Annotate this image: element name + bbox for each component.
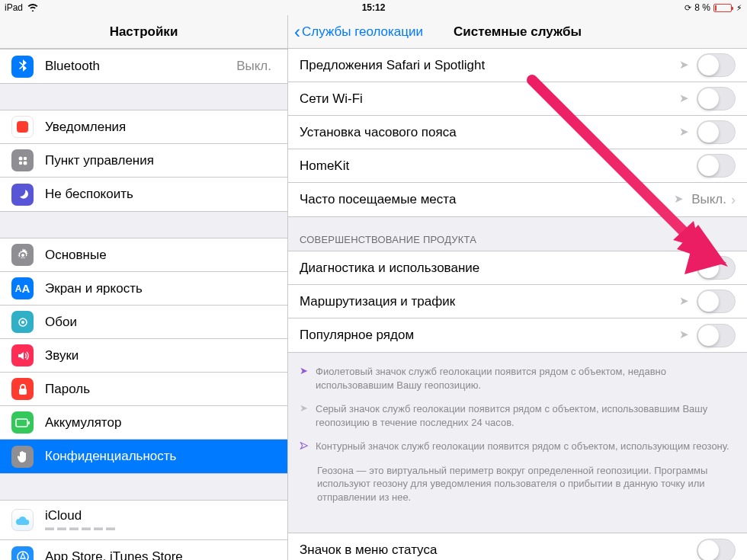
battery-icon — [713, 4, 732, 12]
icloud-icon — [11, 509, 34, 531]
charging-icon: ⚡︎ — [736, 3, 742, 13]
detail-header: ‹ Службы геолокации Системные службы — [288, 15, 747, 49]
battery-row[interactable]: Аккумулятор — [0, 406, 287, 440]
location-arrow-purple-icon: ➤ — [300, 364, 308, 391]
general-row[interactable]: Основные — [0, 238, 287, 272]
timezone-row[interactable]: Установка часового пояса ➤ — [288, 116, 747, 149]
frequent-locations-row[interactable]: Часто посещаемые места ➤ Выкл. › — [288, 183, 747, 216]
status-icon-row[interactable]: Значок в меню статуса — [288, 533, 747, 560]
detail-title: Системные службы — [454, 24, 582, 40]
homekit-row[interactable]: HomeKit — [288, 149, 747, 183]
speaker-icon — [11, 344, 34, 366]
popular-nearby-toggle[interactable] — [697, 324, 736, 347]
frequent-locations-value: Выкл. — [691, 192, 726, 207]
routing-traffic-row[interactable]: Маршрутизация и трафик ➤ — [288, 285, 747, 318]
location-arrow-icon: ➤ — [679, 294, 689, 308]
location-arrow-icon: ➤ — [679, 328, 689, 341]
svg-rect-7 — [16, 419, 27, 427]
notifications-row[interactable]: Уведомления — [0, 110, 287, 144]
location-arrow-icon: ➤ — [674, 192, 684, 206]
location-arrow-gray-icon: ➤ — [300, 402, 308, 428]
privacy-row[interactable]: Конфиденциальность — [0, 440, 287, 473]
location-arrow-icon: ➤ — [679, 125, 689, 139]
bluetooth-icon — [11, 56, 34, 78]
appstore-icon — [11, 546, 34, 561]
settings-header: Настройки — [0, 15, 287, 49]
icloud-sublabel: ▬▬▬▬▬▬ — [45, 522, 118, 533]
orientation-lock-icon: ⟳ — [684, 3, 691, 13]
product-improvement-header: СОВЕРШЕНСТВОВАНИЕ ПРОДУКТА — [288, 217, 747, 251]
bluetooth-value: Выкл. — [236, 59, 271, 74]
display-row[interactable]: AA Экран и яркость — [0, 272, 287, 306]
notifications-icon — [11, 116, 34, 138]
icloud-row[interactable]: iCloud ▬▬▬▬▬▬ — [0, 501, 287, 540]
popular-nearby-row[interactable]: Популярное рядом ➤ — [288, 318, 747, 352]
wallpaper-icon — [11, 311, 34, 333]
svg-rect-2 — [24, 157, 27, 160]
diagnostics-toggle[interactable] — [697, 256, 736, 280]
moon-icon — [11, 184, 34, 206]
detail-pane: ‹ Службы геолокации Системные службы Пре… — [288, 15, 747, 560]
safari-spotlight-row[interactable]: Предложения Safari и Spotlight ➤ — [288, 49, 747, 82]
settings-title: Настройки — [110, 24, 178, 40]
location-arrow-icon: ➤ — [679, 58, 689, 72]
detail-scroll[interactable]: Предложения Safari и Spotlight ➤ Сети Wi… — [288, 49, 747, 560]
status-icon-toggle[interactable] — [697, 539, 736, 560]
battery-settings-icon — [11, 411, 34, 434]
lock-icon — [11, 378, 34, 400]
bluetooth-label: Bluetooth — [45, 59, 236, 74]
diagnostics-row[interactable]: Диагностика и использование — [288, 251, 747, 285]
svg-point-1 — [23, 161, 27, 165]
settings-master-pane: Настройки Bluetooth Выкл. Уведом — [0, 15, 288, 560]
svg-point-0 — [18, 156, 22, 160]
gear-icon — [11, 244, 34, 266]
svg-rect-8 — [28, 421, 30, 424]
dnd-row[interactable]: Не беспокоить — [0, 178, 287, 211]
routing-traffic-toggle[interactable] — [697, 290, 736, 313]
control-center-icon — [11, 149, 34, 171]
wifi-icon — [27, 3, 38, 13]
timezone-toggle[interactable] — [697, 120, 736, 144]
settings-scroll[interactable]: Bluetooth Выкл. Уведомления Пункт управл… — [0, 49, 287, 560]
footer-notes: ➤ Фиолетовый значок служб геолокации поя… — [288, 353, 747, 533]
battery-percent: 8 % — [694, 2, 710, 13]
sounds-row[interactable]: Звуки — [0, 339, 287, 373]
status-bar: iPad 15:12 ⟳ 8 % ⚡︎ — [0, 0, 747, 15]
clock: 15:12 — [251, 2, 497, 13]
display-icon: AA — [11, 277, 34, 299]
wifi-networks-row[interactable]: Сети Wi-Fi ➤ — [288, 82, 747, 116]
location-arrow-icon: ➤ — [679, 91, 689, 105]
homekit-toggle[interactable] — [697, 154, 736, 178]
passcode-row[interactable]: Пароль — [0, 373, 287, 406]
wallpaper-row[interactable]: Обои — [0, 306, 287, 339]
bluetooth-row[interactable]: Bluetooth Выкл. — [0, 50, 287, 83]
device-label: iPad — [5, 2, 23, 13]
safari-spotlight-toggle[interactable] — [697, 53, 736, 77]
chevron-right-icon: › — [731, 192, 736, 208]
svg-rect-6 — [19, 389, 27, 395]
back-label: Службы геолокации — [302, 24, 423, 40]
appstore-row[interactable]: App Store, iTunes Store — [0, 540, 287, 560]
svg-point-5 — [21, 321, 24, 324]
svg-rect-3 — [19, 162, 22, 165]
back-button[interactable]: ‹ Службы геолокации — [294, 23, 423, 41]
wifi-networks-toggle[interactable] — [697, 87, 736, 110]
hand-icon — [11, 446, 34, 468]
location-arrow-outline-icon: ➤ — [300, 439, 308, 453]
chevron-left-icon: ‹ — [294, 23, 300, 41]
control-center-row[interactable]: Пункт управления — [0, 144, 287, 178]
